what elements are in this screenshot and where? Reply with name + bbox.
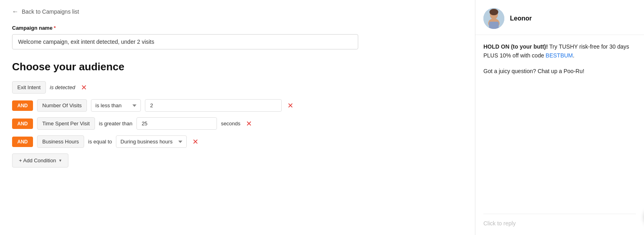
audience-title: Choose your audience (12, 61, 463, 73)
and-badge-visits: AND (12, 100, 33, 111)
visits-operator-select[interactable]: is less than is greater than is equal to (91, 99, 141, 112)
required-star: * (54, 25, 56, 31)
chat-header: Leonor (475, 0, 644, 35)
chat-message: HOLD ON (to your butt)! Try TUSHY risk-f… (483, 42, 636, 60)
business-hours-tag: Business Hours (37, 135, 84, 148)
and-badge-time: AND (12, 119, 33, 129)
left-panel: ← Back to Campaigns list Campaign name* … (0, 0, 475, 235)
chat-secondary-message: Got a juicy question? Chat up a Poo-Ru! (483, 67, 636, 76)
campaign-name-section: Campaign name* (12, 25, 463, 49)
chat-body: HOLD ON (to your butt)! Try TUSHY risk-f… (475, 35, 644, 214)
chat-widget: Leonor HOLD ON (to your butt)! Try TUSHY… (475, 0, 644, 235)
back-arrow-icon: ← (12, 8, 19, 15)
business-hours-operator: is equal to (88, 139, 112, 145)
back-link[interactable]: ← Back to Campaigns list (12, 8, 463, 15)
business-hours-select[interactable]: During business hours Outside business h… (116, 135, 187, 148)
back-link-label: Back to Campaigns list (22, 8, 79, 15)
exit-intent-operator: is detected (50, 84, 75, 90)
visits-value-input[interactable] (145, 99, 282, 112)
avatar (483, 8, 504, 29)
and-badge-business: AND (12, 137, 33, 147)
remove-time-spent-button[interactable]: ✕ (244, 120, 254, 127)
chat-message-link[interactable]: BESTBUM (546, 52, 573, 59)
seconds-label: seconds (221, 121, 240, 127)
chat-message-bold: HOLD ON (to your butt)! (483, 43, 548, 50)
chat-message-link-suffix: . (573, 52, 574, 59)
add-condition-chevron-icon: ▾ (59, 158, 62, 163)
exit-intent-tag: Exit Intent (12, 81, 46, 94)
svg-point-2 (489, 9, 498, 15)
remove-visits-button[interactable]: ✕ (286, 102, 295, 109)
add-condition-label: + Add Condition (19, 157, 56, 163)
condition-time-spent: AND Time Spent Per Visit is greater than… (12, 117, 463, 130)
condition-business-hours: AND Business Hours is equal to During bu… (12, 135, 463, 148)
time-spent-tag: Time Spent Per Visit (37, 117, 95, 130)
chat-reply-placeholder[interactable]: Click to reply (483, 220, 516, 227)
campaign-name-input[interactable] (12, 34, 358, 49)
time-spent-operator: is greater than (99, 121, 132, 127)
svg-rect-4 (489, 22, 499, 29)
remove-exit-intent-button[interactable]: ✕ (79, 84, 89, 91)
chat-agent-name: Leonor (510, 15, 532, 22)
number-of-visits-tag: Number Of Visits (37, 99, 87, 112)
remove-business-hours-button[interactable]: ✕ (191, 138, 200, 145)
condition-exit-intent: Exit Intent is detected ✕ (12, 81, 463, 94)
add-condition-button[interactable]: + Add Condition ▾ (12, 153, 68, 168)
chat-reply-area: Click to reply (483, 214, 636, 227)
condition-number-of-visits: AND Number Of Visits is less than is gre… (12, 99, 463, 112)
time-spent-value-input[interactable] (136, 117, 217, 130)
campaign-name-label: Campaign name* (12, 25, 463, 31)
